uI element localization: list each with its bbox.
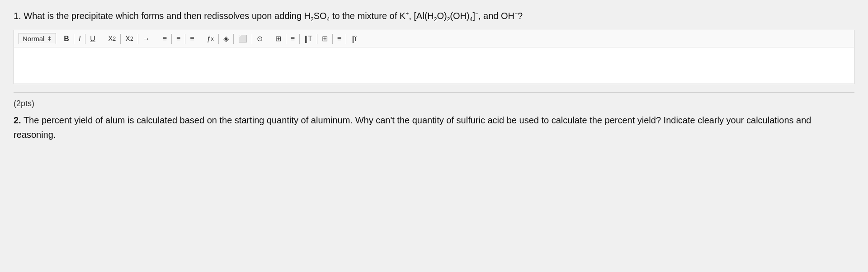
sep13	[332, 34, 333, 44]
question-1-block: 1. What is the precipitate which forms a…	[14, 9, 854, 84]
list-ordered-button[interactable]: ≡	[160, 34, 169, 44]
align-button[interactable]: ≡	[288, 34, 297, 44]
q1-text-part1: What is the precipitate which forms and …	[24, 11, 523, 21]
superscript-button[interactable]: X2	[123, 34, 135, 44]
question-2-block: 2. The percent yield of alum is calculat…	[14, 113, 854, 142]
link-button[interactable]: ⊙	[255, 33, 265, 44]
sep6	[185, 34, 185, 44]
q2-number: 2.	[14, 115, 21, 125]
section-divider	[14, 92, 854, 93]
sep12	[317, 34, 317, 44]
underline-button[interactable]: U	[88, 34, 98, 44]
special-char-button[interactable]: ◈	[221, 33, 231, 44]
sep8	[233, 34, 234, 44]
indent-button[interactable]: ≡	[335, 34, 344, 44]
spacer3	[198, 34, 203, 43]
style-selector-label: Normal	[23, 35, 44, 42]
image-button[interactable]: ⬜	[236, 33, 250, 44]
q1-number: 1.	[14, 11, 21, 21]
sub-sup-group: X2 X2 →	[106, 34, 152, 44]
list-unordered-button[interactable]: ≡	[174, 34, 183, 44]
sep10	[286, 34, 286, 44]
spacer1	[99, 34, 104, 43]
sep4	[138, 34, 138, 44]
more-button[interactable]: ‖î	[349, 33, 359, 44]
editor-content-area[interactable]	[14, 47, 854, 84]
style-selector[interactable]: Normal ⬍	[19, 33, 56, 44]
answer-editor: Normal ⬍ B I U X2 X2 →	[14, 30, 854, 84]
table-group: ⊞ ≡ ‖T ⊞ ≡ ‖î	[273, 33, 359, 44]
sep3	[120, 34, 121, 44]
style-selector-arrow: ⬍	[47, 35, 52, 42]
table-button[interactable]: ⊞	[273, 33, 283, 44]
list-group: ≡ ≡ ≡	[160, 34, 197, 44]
formula-button[interactable]: ƒx	[205, 34, 216, 44]
indent-right-button[interactable]: →	[141, 34, 152, 44]
sep1	[74, 34, 74, 44]
editor-toolbar: Normal ⬍ B I U X2 X2 →	[14, 30, 854, 47]
spacer4	[267, 34, 271, 43]
sep11	[299, 34, 300, 44]
spacer2	[154, 34, 159, 43]
bold-button[interactable]: B	[61, 34, 71, 44]
q2-body: The percent yield of alum is calculated …	[14, 115, 811, 140]
italic-button[interactable]: I	[76, 34, 83, 44]
formula-group: ƒx ◈ ⬜ ⊙	[205, 33, 265, 44]
gallery-button[interactable]: ⊞	[320, 33, 330, 44]
sep14	[346, 34, 346, 44]
list-plain-button[interactable]: ≡	[188, 34, 196, 44]
sep9	[252, 34, 252, 44]
sep5	[171, 34, 172, 44]
subscript-button[interactable]: X2	[106, 34, 118, 44]
sep7	[218, 34, 219, 44]
question-1-text: 1. What is the precipitate which forms a…	[14, 9, 854, 23]
question-2-pts: (2pts)	[14, 99, 854, 108]
sep2	[85, 34, 85, 44]
text-format-group: B I U	[61, 34, 98, 44]
columns-button[interactable]: ‖T	[302, 33, 315, 44]
question-2-text: 2. The percent yield of alum is calculat…	[14, 113, 854, 142]
